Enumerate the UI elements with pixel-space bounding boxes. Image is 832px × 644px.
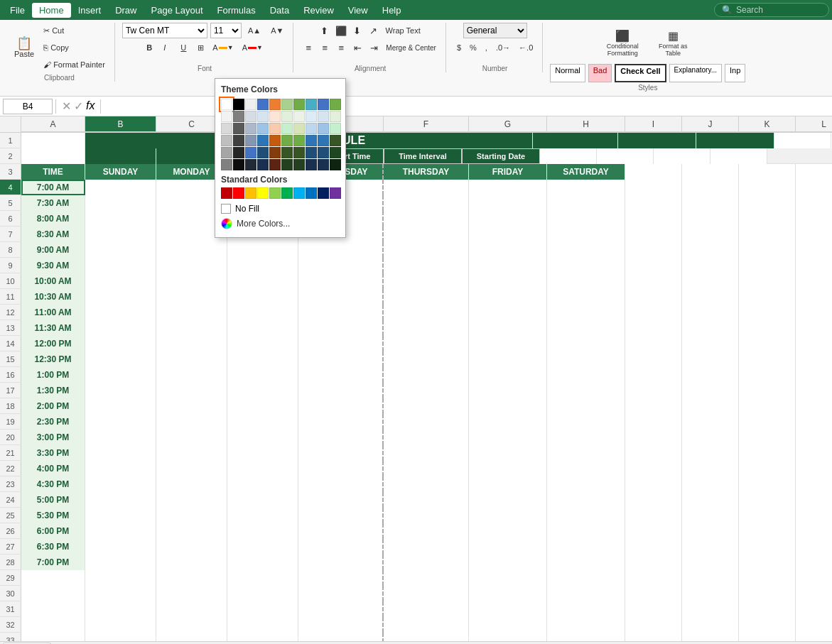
color-swatch[interactable] <box>318 147 329 158</box>
cell[interactable] <box>682 398 739 414</box>
cell[interactable] <box>625 289 682 305</box>
row-num[interactable]: 4 <box>0 180 21 195</box>
cell[interactable] <box>682 258 739 273</box>
cell[interactable] <box>625 211 682 227</box>
cell[interactable] <box>156 430 227 445</box>
wrap-text-button[interactable]: Wrap Text <box>382 23 424 38</box>
cell[interactable] <box>227 539 298 555</box>
cell[interactable] <box>384 555 469 570</box>
cell[interactable] <box>625 476 682 492</box>
cell[interactable] <box>469 570 547 586</box>
cell[interactable] <box>739 336 796 351</box>
color-swatch[interactable] <box>233 99 244 110</box>
cell[interactable] <box>682 289 739 305</box>
color-swatch[interactable] <box>318 135 329 146</box>
cell[interactable]: 6:00 PM <box>21 523 85 539</box>
cell[interactable] <box>85 195 156 211</box>
cell[interactable] <box>739 414 796 430</box>
cell[interactable] <box>739 461 796 476</box>
no-fill-row[interactable]: No Fill <box>221 202 340 216</box>
font-size-select[interactable]: 11 <box>210 23 242 38</box>
cell[interactable] <box>796 164 832 180</box>
cell[interactable]: 2:30 PM <box>21 414 85 430</box>
cell[interactable] <box>384 430 469 445</box>
cell[interactable] <box>739 601 796 617</box>
standard-color-swatch[interactable] <box>233 187 244 199</box>
cell[interactable] <box>547 476 625 492</box>
standard-color-swatch[interactable] <box>330 187 341 199</box>
cell[interactable] <box>227 586 298 601</box>
cell[interactable] <box>625 367 682 383</box>
cell[interactable] <box>227 523 298 539</box>
row-num[interactable]: 18 <box>0 398 21 413</box>
cell[interactable] <box>682 633 739 641</box>
cell[interactable] <box>85 445 156 461</box>
cell[interactable] <box>796 633 832 641</box>
cell[interactable] <box>21 148 85 164</box>
cell[interactable]: 6:30 PM <box>21 539 85 555</box>
cell[interactable] <box>469 586 547 601</box>
cell[interactable] <box>384 539 469 555</box>
color-swatch[interactable] <box>245 111 256 122</box>
cell[interactable] <box>227 414 298 430</box>
cell[interactable] <box>696 133 774 148</box>
formula-input[interactable] <box>104 101 829 111</box>
col-header-a[interactable]: A <box>21 116 85 132</box>
cell[interactable] <box>682 539 739 555</box>
cell[interactable] <box>682 508 739 523</box>
col-header-f[interactable]: F <box>384 116 469 132</box>
cell[interactable]: 8:30 AM <box>21 227 85 242</box>
cell[interactable] <box>469 539 547 555</box>
cell[interactable] <box>85 539 156 555</box>
cell[interactable] <box>298 351 384 367</box>
cell[interactable] <box>156 414 227 430</box>
row-num[interactable]: 28 <box>0 555 21 569</box>
menu-help[interactable]: Help <box>375 3 409 18</box>
cell[interactable] <box>298 617 384 633</box>
cell[interactable] <box>796 367 832 383</box>
cell[interactable] <box>547 383 625 398</box>
cell[interactable] <box>469 601 547 617</box>
cell[interactable] <box>682 227 739 242</box>
col-header-b[interactable]: B <box>85 116 156 132</box>
cell[interactable] <box>227 461 298 476</box>
menu-review[interactable]: Review <box>296 3 341 18</box>
cell[interactable] <box>739 398 796 414</box>
font-color-button[interactable]: A ▼ <box>239 40 266 55</box>
color-swatch[interactable] <box>306 135 317 146</box>
cell[interactable] <box>682 336 739 351</box>
cell[interactable] <box>298 570 384 586</box>
cell[interactable] <box>625 242 682 258</box>
cell[interactable] <box>227 367 298 383</box>
cell[interactable] <box>682 445 739 461</box>
normal-style-button[interactable]: Normal <box>550 64 585 82</box>
row-num[interactable]: 5 <box>0 195 21 210</box>
cell[interactable] <box>682 414 739 430</box>
menu-draw[interactable]: Draw <box>108 3 144 18</box>
cell[interactable] <box>682 367 739 383</box>
color-swatch[interactable] <box>233 147 244 158</box>
cell[interactable] <box>625 461 682 476</box>
cell[interactable] <box>227 617 298 633</box>
align-middle-button[interactable]: ⬛ <box>333 23 349 38</box>
cell[interactable] <box>739 289 796 305</box>
cell[interactable] <box>227 555 298 570</box>
menu-page-layout[interactable]: Page Layout <box>144 3 210 18</box>
cell[interactable] <box>156 273 227 289</box>
cell[interactable] <box>625 164 682 180</box>
row-num[interactable]: 9 <box>0 258 21 273</box>
cell[interactable] <box>682 476 739 492</box>
cell[interactable] <box>227 242 298 258</box>
align-bottom-button[interactable]: ⬇ <box>350 23 365 38</box>
cell[interactable] <box>796 320 832 336</box>
cell[interactable] <box>682 492 739 508</box>
bad-style-button[interactable]: Bad <box>588 64 612 82</box>
explanatory-style-button[interactable]: Explanatory... <box>669 64 722 82</box>
align-right-button[interactable]: ≡ <box>333 40 349 55</box>
cell[interactable] <box>625 383 682 398</box>
cell[interactable] <box>469 523 547 539</box>
color-swatch[interactable] <box>221 135 232 146</box>
cell[interactable] <box>796 273 832 289</box>
cell[interactable] <box>469 351 547 367</box>
cell[interactable] <box>384 523 469 539</box>
